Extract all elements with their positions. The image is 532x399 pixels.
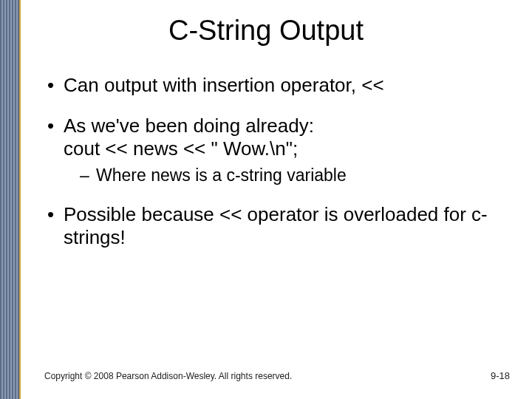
page-number: 9-18	[491, 370, 510, 381]
bullet-text: Can output with insertion operator, <<	[64, 74, 384, 96]
bullet-text: Possible because << operator is overload…	[64, 203, 488, 248]
bullet-list: Can output with insertion operator, << A…	[44, 74, 510, 250]
sub-bullet-list: Where news is a c-string variable	[64, 166, 510, 186]
copyright-text: Copyright © 2008 Pearson Addison-Wesley.…	[44, 371, 292, 381]
slide-title: C-String Output	[0, 15, 532, 47]
slide-content: Can output with insertion operator, << A…	[44, 74, 510, 267]
sub-bullet-item: Where news is a c-string variable	[80, 166, 510, 186]
code-line: cout << news << " Wow.\n";	[64, 137, 510, 160]
gold-vertical-line	[19, 0, 21, 399]
left-decorative-strip	[0, 0, 19, 399]
bullet-item: As we've been doing already: cout << new…	[44, 115, 510, 185]
bullet-text: As we've been doing already:	[64, 115, 314, 137]
bullet-item: Can output with insertion operator, <<	[44, 74, 510, 97]
slide: C-String Output Can output with insertio…	[0, 0, 532, 399]
bullet-item: Possible because << operator is overload…	[44, 203, 510, 249]
sub-bullet-text: Where news is a c-string variable	[96, 166, 347, 185]
